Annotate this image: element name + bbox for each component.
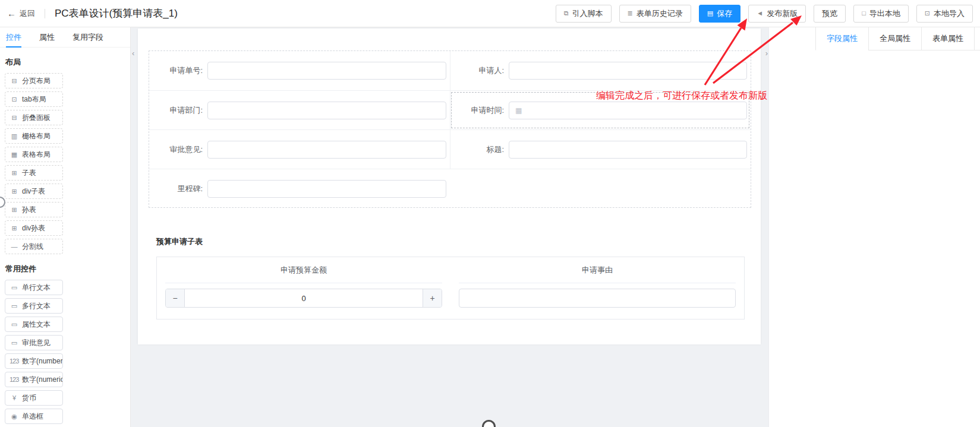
publish-new-version-button[interactable]: ◄ 发布新版 xyxy=(748,5,806,23)
save-button[interactable]: ▤ 保存 xyxy=(699,5,740,23)
grid-layout-icon: ▥ xyxy=(10,133,18,140)
approval-opinion-input[interactable] xyxy=(207,141,446,159)
subform-header: 申请预算金额 申请事由 xyxy=(157,257,744,283)
control-label: 折叠面板 xyxy=(22,113,51,123)
tab-controls[interactable]: 控件 xyxy=(6,28,21,47)
field-label: 申请人: xyxy=(450,65,504,76)
field-apply-department[interactable]: 申请部门: xyxy=(149,91,450,129)
control-label: 属性文本 xyxy=(22,320,51,330)
export-local-button[interactable]: □ 导出本地 xyxy=(853,5,909,23)
control-item-div-grandchild-table[interactable]: ⊞ div孙表 xyxy=(5,220,63,236)
tab-form-properties[interactable]: 表单属性 xyxy=(921,27,975,50)
empty-cell[interactable] xyxy=(450,169,751,208)
table-layout-icon: ▦ xyxy=(10,151,18,158)
budget-subform-table[interactable]: 申请预算金额 申请事由 − 0 + xyxy=(156,257,745,320)
collapse-right-panel-icon[interactable]: › xyxy=(765,49,768,58)
field-title[interactable]: 标题: xyxy=(450,130,751,169)
button-label: 发布新版 xyxy=(767,8,798,19)
control-item-grandchild-table[interactable]: ⊞ 孙表 xyxy=(5,202,63,217)
tab-global-properties[interactable]: 全局属性 xyxy=(868,27,921,50)
control-label: 表格布局 xyxy=(22,150,51,160)
button-label: 导出本地 xyxy=(869,8,900,19)
field-approval-opinion[interactable]: 审批意见: xyxy=(149,130,450,169)
divider-line-icon: — xyxy=(10,243,18,250)
import-script-button[interactable]: ⧉ 引入脚本 xyxy=(556,5,612,23)
apply-department-input[interactable] xyxy=(207,102,446,119)
control-label: 货币 xyxy=(22,393,36,403)
stepper-value[interactable]: 0 xyxy=(185,289,423,307)
field-apply-number[interactable]: 申请单号: xyxy=(149,51,450,90)
control-label: 数字(numeric) xyxy=(22,375,63,385)
back-button[interactable]: ← 返回 xyxy=(7,8,35,19)
applicant-input[interactable] xyxy=(509,62,747,80)
control-item-number[interactable]: 123 数字(number) xyxy=(5,353,63,369)
form-row: 申请单号: 申请人: xyxy=(149,51,751,90)
button-label: 保存 xyxy=(717,8,732,19)
subform-title: 预算申请子表 xyxy=(156,236,203,247)
stepper-increase-button[interactable]: + xyxy=(423,289,442,307)
collapse-left-panel-icon[interactable]: ‹ xyxy=(132,49,134,58)
radio-icon: ◉ xyxy=(10,413,18,420)
form-design-region[interactable]: 申请单号: 申请人: 申请部门: 申请时间: ▦ xyxy=(149,50,751,208)
control-label: 审批意见 xyxy=(22,338,51,348)
grandchild-table-icon: ⊞ xyxy=(10,207,18,213)
control-item-numeric[interactable]: 123 数字(numeric) xyxy=(5,372,63,387)
tab-properties[interactable]: 属性 xyxy=(39,28,55,47)
field-label: 标题: xyxy=(450,144,504,155)
approval-opinion-icon: ▭ xyxy=(10,340,18,346)
field-label: 申请部门: xyxy=(149,105,203,116)
header-divider xyxy=(45,9,45,18)
common-controls-grid: ▭ 单行文本 ▭ 多行文本 ▭ 属性文本 ▭ 审批意见 123 数字(numbe… xyxy=(0,280,130,427)
control-label: 数字(number) xyxy=(22,356,63,366)
control-item-table-layout[interactable]: ▦ 表格布局 xyxy=(5,147,63,162)
tab-layout-icon: ⊡ xyxy=(10,96,18,103)
stepper-decrease-button[interactable]: − xyxy=(166,289,185,307)
control-item-currency[interactable]: ¥ 货币 xyxy=(5,390,63,406)
attribute-text-icon: ▭ xyxy=(10,321,18,328)
preview-button[interactable]: 预览 xyxy=(814,5,846,23)
control-item-divider-line[interactable]: — 分割线 xyxy=(5,239,63,254)
history-list-icon: ≣ xyxy=(628,10,633,17)
button-label: 引入脚本 xyxy=(572,8,603,19)
local-import-button[interactable]: ⊡ 本地导入 xyxy=(916,5,973,23)
control-item-single-line-text[interactable]: ▭ 单行文本 xyxy=(5,280,63,295)
paging-layout-icon: ⊟ xyxy=(10,78,18,84)
tab-reused-fields[interactable]: 复用字段 xyxy=(73,28,103,47)
currency-icon: ¥ xyxy=(10,395,18,401)
form-row: 里程碑: xyxy=(149,169,751,208)
apply-number-input[interactable] xyxy=(207,62,446,80)
control-item-collapse-panel[interactable]: ⊟ 折叠面板 xyxy=(5,110,63,125)
control-label: 多行文本 xyxy=(22,301,51,311)
field-milestone[interactable]: 里程碑: xyxy=(149,169,450,208)
button-label: 预览 xyxy=(822,8,837,19)
control-label: div孙表 xyxy=(22,223,45,233)
control-item-tab-layout[interactable]: ⊡ tab布局 xyxy=(5,91,63,107)
budget-amount-stepper[interactable]: − 0 + xyxy=(165,289,442,308)
control-item-radio[interactable]: ◉ 单选框 xyxy=(5,409,63,424)
button-label: 本地导入 xyxy=(934,8,965,19)
apply-time-input[interactable]: ▦ xyxy=(509,102,747,119)
control-label: 单选框 xyxy=(22,412,43,422)
control-item-div-subtable[interactable]: ⊞ div子表 xyxy=(5,184,63,199)
control-label: tab布局 xyxy=(22,94,46,105)
form-history-button[interactable]: ≣ 表单历史记录 xyxy=(619,5,691,23)
tab-field-properties[interactable]: 字段属性 xyxy=(815,27,868,50)
control-item-attribute-text[interactable]: ▭ 属性文本 xyxy=(5,317,63,332)
section-title-layout: 布局 xyxy=(0,48,130,73)
control-item-multi-line-text[interactable]: ▭ 多行文本 xyxy=(5,298,63,314)
annotation-note: 编辑完成之后，可进行保存或者发布新版 xyxy=(596,90,767,102)
calendar-icon: ▦ xyxy=(515,107,522,114)
field-applicant[interactable]: 申请人: xyxy=(450,51,751,90)
title-input[interactable] xyxy=(509,141,747,159)
control-item-grid-layout[interactable]: ▥ 栅格布局 xyxy=(5,128,63,144)
control-item-approval-opinion[interactable]: ▭ 审批意见 xyxy=(5,335,63,350)
palette-tabs: 控件 属性 复用字段 xyxy=(0,27,130,48)
control-label: 子表 xyxy=(22,168,36,178)
header-actions: ⧉ 引入脚本 ≣ 表单历史记录 ▤ 保存 ◄ 发布新版 预览 □ 导出本地 ⊡ … xyxy=(556,5,973,23)
milestone-input[interactable] xyxy=(207,180,446,198)
control-item-paging-layout[interactable]: ⊟ 分页布局 xyxy=(5,73,63,88)
apply-reason-input[interactable] xyxy=(459,289,736,308)
field-label: 申请单号: xyxy=(149,65,203,76)
div-subtable-icon: ⊞ xyxy=(10,188,18,195)
control-item-subtable[interactable]: ⊞ 子表 xyxy=(5,165,63,181)
